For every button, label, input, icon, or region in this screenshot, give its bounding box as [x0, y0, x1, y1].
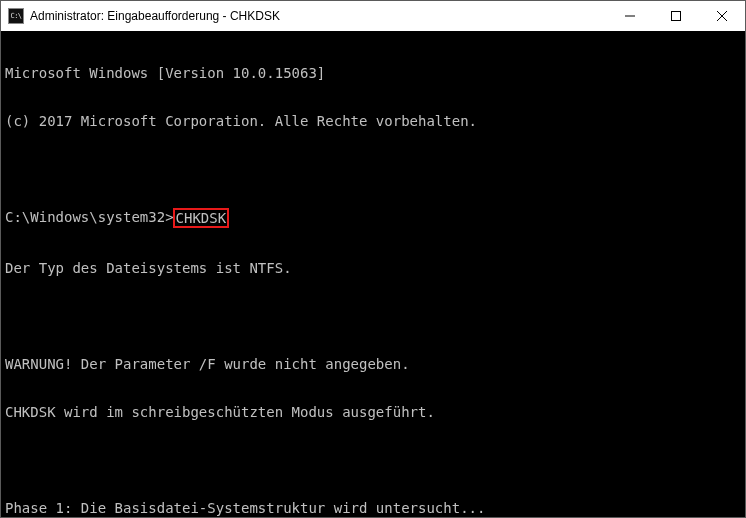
close-icon — [717, 11, 727, 21]
svg-rect-0 — [672, 12, 681, 21]
app-icon-text: C:\ — [10, 13, 21, 20]
output-line: Microsoft Windows [Version 10.0.15063] — [5, 65, 741, 81]
app-icon: C:\ — [8, 8, 24, 24]
minimize-icon — [625, 11, 635, 21]
prompt-prefix: C:\Windows\system32> — [5, 209, 174, 228]
titlebar[interactable]: C:\ Administrator: Eingabeaufforderung -… — [1, 1, 745, 31]
highlighted-command: CHKDSK — [173, 208, 230, 228]
output-line: WARNUNG! Der Parameter /F wurde nicht an… — [5, 356, 741, 372]
maximize-icon — [671, 11, 681, 21]
command-prompt-window: C:\ Administrator: Eingabeaufforderung -… — [0, 0, 746, 518]
window-controls — [607, 1, 745, 31]
output-line: Phase 1: Die Basisdatei-Systemstruktur w… — [5, 500, 741, 516]
close-button[interactable] — [699, 1, 745, 31]
output-line: Der Typ des Dateisystems ist NTFS. — [5, 260, 741, 276]
window-title: Administrator: Eingabeaufforderung - CHK… — [30, 9, 607, 23]
prompt-line: C:\Windows\system32>CHKDSK — [5, 209, 741, 228]
terminal-output[interactable]: Microsoft Windows [Version 10.0.15063] (… — [1, 31, 745, 517]
output-line: CHKDSK wird im schreibgeschützten Modus … — [5, 404, 741, 420]
output-blank — [5, 452, 741, 468]
output-blank — [5, 161, 741, 177]
maximize-button[interactable] — [653, 1, 699, 31]
output-blank — [5, 308, 741, 324]
minimize-button[interactable] — [607, 1, 653, 31]
output-line: (c) 2017 Microsoft Corporation. Alle Rec… — [5, 113, 741, 129]
